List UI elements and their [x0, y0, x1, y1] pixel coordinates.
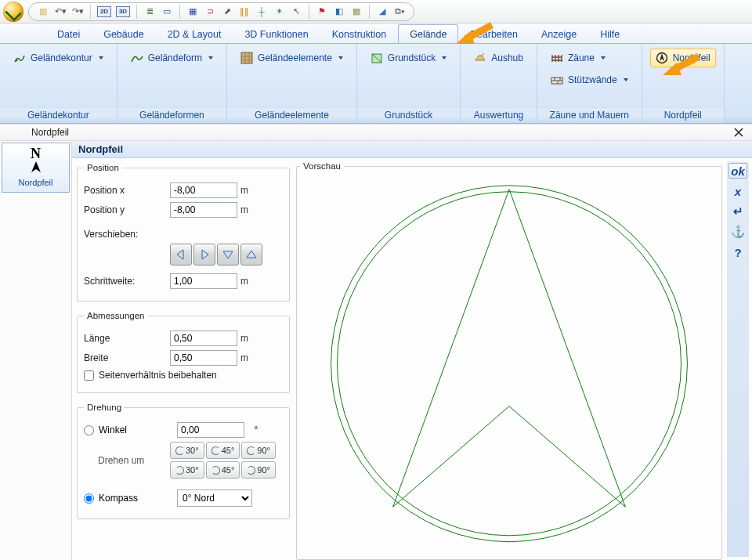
- cancel-button[interactable]: x: [728, 183, 747, 199]
- group-position-legend: Position: [84, 163, 122, 172]
- rot-ccw-45-button[interactable]: 45°: [206, 442, 240, 459]
- posx-unit: m: [237, 185, 251, 196]
- 3d-icon[interactable]: 3D: [116, 6, 130, 17]
- rot-cw-45-button[interactable]: 45°: [206, 461, 240, 479]
- pattern-icon[interactable]: ▩: [350, 5, 363, 18]
- menu-tabs: DateiGebäude2D & Layout3D FunktionenKons…: [0, 23, 752, 44]
- ribbon-btn-z-une[interactable]: Zäune: [545, 49, 611, 67]
- 2d-icon[interactable]: 2D: [97, 6, 111, 17]
- angle-radio[interactable]: [84, 425, 94, 435]
- layer-icon[interactable]: ◧: [333, 5, 345, 18]
- ribbon-btn-grundst-ck[interactable]: Grundstück: [365, 49, 452, 67]
- ribbon-btn-aushub[interactable]: Aushub: [468, 49, 529, 67]
- apply-button[interactable]: ↵: [728, 204, 747, 219]
- posy-unit: m: [237, 204, 251, 215]
- rot-ccw-90-button[interactable]: 90°: [241, 442, 276, 459]
- app-orb[interactable]: [3, 2, 24, 22]
- axis-icon[interactable]: ┼: [255, 5, 268, 18]
- ribbon-group-label: Geländeelemente: [227, 107, 356, 123]
- chevron-down-icon: [208, 56, 213, 60]
- ribbon-group-auswertung: AushubAuswertung: [461, 44, 537, 123]
- ribbon-group-grundst-ck: GrundstückGrundstück: [357, 44, 461, 123]
- menu-tab-geb-ude[interactable]: Gebäude: [92, 24, 155, 43]
- menu-tab-hilfe[interactable]: Hilfe: [588, 24, 631, 43]
- rot-cw-30-button[interactable]: 30°: [170, 461, 204, 479]
- svg-point-0: [16, 60, 18, 62]
- rot-cw-90-button[interactable]: 90°: [241, 461, 276, 479]
- flag-icon[interactable]: ⚑: [316, 5, 328, 18]
- pointer-icon[interactable]: ↖: [290, 5, 302, 18]
- move-left-button[interactable]: [170, 244, 192, 266]
- menu-tab-konstruktion[interactable]: Konstruktion: [320, 24, 398, 43]
- len-input[interactable]: [170, 331, 237, 346]
- north-icon: [656, 52, 668, 64]
- ok-button[interactable]: ok: [728, 163, 747, 179]
- group-dimensions-legend: Abmessungen: [84, 311, 148, 320]
- ribbon-group-label: Geländeformen: [118, 107, 226, 123]
- dialog-titlebar: Nordpfeil: [0, 124, 752, 141]
- group-preview: Vorschau: [296, 161, 722, 560]
- quick-access-oval: ▥ ↶▾ ↷▾ 2D 3D ≣ ▭ ▦ ⊃ ⬈ ‖‖ ┼ ✶ ↖ ⚑ ◧ ▩ ◢…: [28, 2, 414, 21]
- align-icon[interactable]: ≣: [143, 5, 156, 18]
- move-up-button[interactable]: [240, 244, 262, 266]
- rot-ccw-30-button[interactable]: 30°: [170, 442, 204, 459]
- angle-label: Winkel: [99, 425, 177, 435]
- ribbon-btn-gel-ndeform[interactable]: Geländeform: [125, 49, 219, 67]
- preview-wrap: Vorschau: [296, 161, 722, 557]
- menu-tab-3d-funktionen[interactable]: 3D Funktionen: [233, 24, 320, 43]
- compass-radio[interactable]: [84, 493, 94, 504]
- side-tab-nordpfeil[interactable]: N Nordpfeil: [2, 143, 70, 193]
- close-icon[interactable]: [732, 125, 746, 139]
- side-tabs: N Nordpfeil: [0, 141, 72, 560]
- compass-select[interactable]: 0° Nord: [177, 490, 252, 507]
- north-n-icon: N: [2, 146, 69, 161]
- fence-icon: [551, 52, 563, 64]
- copy-icon[interactable]: ⧉▾: [393, 5, 406, 18]
- menu-tab-datei[interactable]: Datei: [45, 24, 92, 43]
- bars-orange-icon[interactable]: ‖‖: [238, 5, 251, 18]
- menu-tab-gel-nde[interactable]: Gelände: [398, 24, 458, 43]
- menu-tab-2d-layout[interactable]: 2D & Layout: [156, 24, 233, 43]
- magnet-icon[interactable]: ⊃: [204, 5, 216, 18]
- dialog-title: Nordpfeil: [31, 127, 69, 138]
- ribbon-group-label: Geländekontur: [0, 107, 117, 123]
- ribbon-btn-nordpfeil[interactable]: Nordpfeil: [650, 49, 716, 67]
- terrain-tile-icon: [240, 52, 253, 64]
- aspect-checkbox[interactable]: [84, 370, 94, 381]
- wid-label: Breite: [84, 352, 170, 363]
- excavation-icon: [474, 52, 486, 64]
- move-down-button[interactable]: [217, 244, 239, 266]
- help-button[interactable]: ?: [728, 244, 747, 260]
- svg-point-6: [337, 192, 681, 536]
- undo-icon[interactable]: ↶▾: [54, 5, 67, 18]
- ribbon-group-gel-ndeformen: GeländeformGeländeformen: [118, 44, 227, 123]
- move-right-button[interactable]: [193, 244, 215, 266]
- windows-icon[interactable]: ▭: [161, 5, 173, 18]
- ribbon-btn-gel-ndekontur[interactable]: Geländekontur: [8, 49, 109, 67]
- angle-input[interactable]: [177, 422, 244, 438]
- group-dimensions: Abmessungen Länge m Breite m: [77, 311, 290, 393]
- menu-tab-bearbeiten[interactable]: Bearbeiten: [458, 24, 529, 43]
- ribbon-btn-gel-ndeelemente[interactable]: Geländeelemente: [235, 49, 349, 67]
- wid-input[interactable]: [170, 350, 237, 366]
- group-rotation: Drehung Winkel ° Drehen um 30°: [77, 403, 290, 519]
- redo-icon[interactable]: ↷▾: [71, 5, 84, 18]
- nordpfeil-dialog: Nordpfeil N Nordpfeil Nordpfeil Position…: [0, 124, 752, 560]
- step-input[interactable]: [170, 273, 237, 289]
- posy-label: Position y: [84, 204, 170, 215]
- eraser-icon[interactable]: ◢: [376, 5, 389, 18]
- ribbon-group-label: Auswertung: [461, 107, 537, 123]
- posx-input[interactable]: [170, 182, 237, 198]
- menu-tab-anzeige[interactable]: Anzeige: [530, 24, 588, 43]
- posy-input[interactable]: [170, 202, 237, 218]
- cursor-snap-icon[interactable]: ⬈: [221, 5, 233, 18]
- ribbon-group-gel-ndekontur: GeländekonturGeländekontur: [0, 44, 118, 123]
- anchor-button[interactable]: ⚓: [728, 224, 747, 240]
- chevron-down-icon: [442, 56, 446, 60]
- ribbon-btn-st-tzw-nde[interactable]: Stützwände: [545, 70, 634, 89]
- grid-icon[interactable]: ▦: [186, 5, 199, 18]
- new-icon[interactable]: ▥: [37, 5, 49, 18]
- origin-icon[interactable]: ✶: [273, 5, 285, 18]
- wall-icon: [551, 74, 563, 86]
- len-label: Länge: [84, 333, 170, 344]
